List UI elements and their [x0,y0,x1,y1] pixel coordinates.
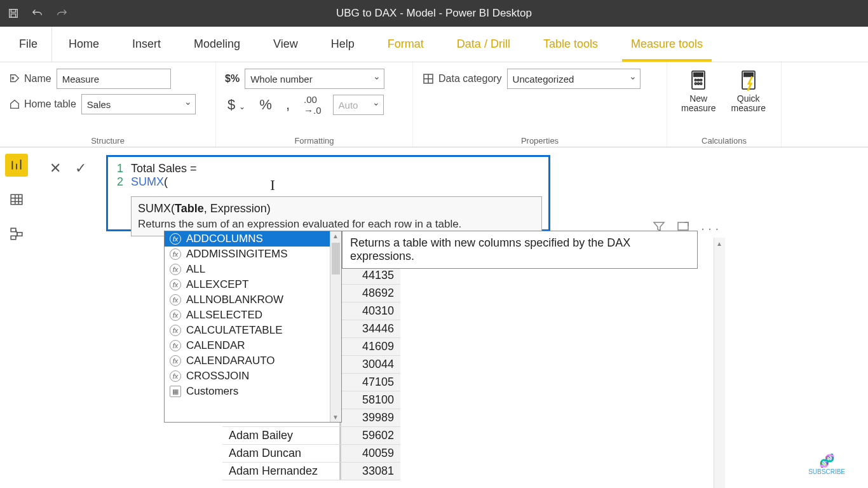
function-icon: fx [170,340,181,351]
calculator-icon [687,69,710,92]
ribbon-group-structure: Name Home table Sales Structure [0,62,216,147]
function-icon: fx [170,309,181,321]
cell-value: 41609 [339,338,400,355]
undo-icon[interactable] [32,8,43,19]
svg-rect-2 [11,14,15,17]
intellisense-list[interactable]: fxADDCOLUMNSfxADDMISSINGITEMSfxALLfxALLE… [165,231,330,422]
menu-file[interactable]: File [5,27,52,62]
new-measure-button[interactable]: New measure [676,69,721,114]
function-icon: fx [170,233,181,245]
cell-value: 48692 [339,285,400,302]
intellisense-item-label: CALENDARAUTO [186,355,275,367]
ribbon-group-label: Calculations [667,136,781,146]
menu-modeling[interactable]: Modeling [177,27,257,62]
home-table-select[interactable]: Sales [81,94,196,114]
decimal-places-input[interactable] [333,95,384,115]
menu-bar: File HomeInsertModelingViewHelpFormatDat… [0,27,868,62]
table-row[interactable]: Adam Hernandez33081 [222,463,400,480]
percent-icon[interactable]: % [257,97,275,113]
intellisense-item-label: CROSSJOIN [186,370,249,383]
ribbon-group-label: Structure [0,136,215,146]
svg-rect-8 [694,73,703,77]
tooltip-description: Returns the sum of an expression evaluat… [138,217,535,232]
quick-calculator-icon [737,69,760,92]
menu-table-tools[interactable]: Table tools [527,27,614,62]
intellisense-item[interactable]: ▦Customers [165,384,330,399]
cell-value: 39989 [339,409,400,426]
currency-icon[interactable]: $ ⌄ [225,97,248,113]
cell-value: 40310 [339,302,400,320]
svg-rect-0 [10,10,18,18]
intellisense-item[interactable]: fxALLNOBLANKROW [165,292,330,308]
cancel-formula-button[interactable]: ✕ [46,160,65,177]
intellisense-item-label: ALLEXCEPT [186,278,248,291]
svg-point-10 [698,79,700,81]
intellisense-item[interactable]: fxCROSSJOIN [165,369,330,384]
decimal-icon[interactable]: .00→.0 [301,94,324,116]
menu-view[interactable]: View [257,27,315,62]
cell-name: Adam Hernandez [222,463,339,480]
redo-icon[interactable] [56,8,67,19]
intellisense-item[interactable]: fxALL [165,262,330,277]
svg-rect-26 [17,233,22,236]
model-view-button[interactable] [5,222,28,245]
menu-measure-tools[interactable]: Measure tools [614,27,719,62]
menu-help[interactable]: Help [315,27,371,62]
intellisense-item[interactable]: fxADDMISSINGITEMS [165,247,330,262]
format-type-select[interactable]: Whole number [245,69,384,89]
svg-rect-25 [11,228,16,232]
visual-scrollbar[interactable] [714,238,725,488]
measure-name-input[interactable] [57,69,171,89]
ribbon: Name Home table Sales Structure $% Whole… [0,62,868,147]
table-row[interactable]: Adam Duncan40059 [222,445,400,463]
intellisense-item[interactable]: fxCALCULATETABLE [165,323,330,338]
menu-format[interactable]: Format [371,27,440,62]
cell-value: 40059 [339,445,400,462]
svg-rect-16 [744,73,753,77]
svg-rect-27 [11,236,16,240]
intellisense-item-label: ALLSELECTED [186,309,262,322]
table-icon: ▦ [170,386,181,397]
svg-point-14 [700,83,702,85]
more-options-icon[interactable]: · · · [701,221,719,236]
ribbon-group-formatting: $% Whole number $ ⌄ % , .00→.0 Formattin… [216,62,413,147]
intellisense-item[interactable]: fxADDCOLUMNS [165,231,330,247]
cell-name: Adam Duncan [222,445,339,462]
svg-line-29 [16,234,17,237]
intellisense-popup: fxADDCOLUMNSfxADDMISSINGITEMSfxALLfxALLE… [164,231,342,423]
intellisense-item-label: ALL [186,263,205,276]
commit-formula-button[interactable]: ✓ [71,160,90,177]
table-row[interactable]: Adam Bailey59602 [222,427,400,445]
intellisense-item-label: ADDCOLUMNS [186,233,263,245]
intellisense-item[interactable]: fxALLSELECTED [165,308,330,323]
menu-home[interactable]: Home [52,27,116,62]
function-icon: fx [170,355,181,367]
ribbon-group-label: Formatting [216,136,412,146]
quick-measure-button[interactable]: Quick measure [724,69,772,114]
text-cursor-icon: I [270,177,271,193]
intellisense-item-label: ADDMISSINGITEMS [186,248,288,261]
intellisense-item[interactable]: fxCALENDAR [165,338,330,353]
formula-function: SUMX [131,175,164,188]
formula-bar-actions: ✕ ✓ [46,160,90,177]
cell-value: 44135 [339,267,400,284]
intellisense-item[interactable]: fxALLEXCEPT [165,277,330,292]
intellisense-scrollbar[interactable] [330,231,341,422]
cell-value: 33081 [339,463,400,480]
cell-value: 59602 [339,427,400,444]
comma-icon[interactable]: , [283,97,292,113]
data-view-button[interactable] [5,188,28,211]
menu-data-drill[interactable]: Data / Drill [440,27,527,62]
title-bar: UBG to DAX - Model - Power BI Desktop [0,0,868,27]
svg-rect-1 [11,10,15,13]
intellisense-item[interactable]: fxCALENDARAUTO [165,353,330,369]
svg-point-12 [695,83,697,85]
save-icon[interactable] [8,8,19,19]
report-view-button[interactable] [5,154,28,177]
svg-rect-20 [11,194,22,204]
menu-insert[interactable]: Insert [116,27,177,62]
formula-editor[interactable]: 1Total Sales = 2SUMX( SUMX(Table, Expres… [106,155,550,231]
subscribe-badge[interactable]: 🧬 SUBSCRIBE [808,453,845,475]
intellisense-item-label: CALENDAR [186,339,245,352]
data-category-select[interactable]: Uncategorized [507,69,641,89]
